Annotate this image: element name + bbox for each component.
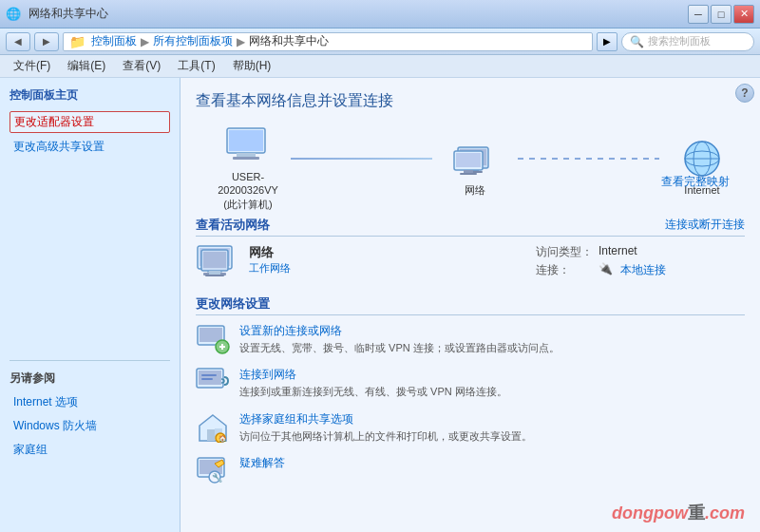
connector-2 [518, 158, 659, 160]
active-net-info: 网络 工作网络 [249, 244, 526, 276]
sidebar-link-ie[interactable]: Internet 选项 [10, 392, 170, 412]
go-button[interactable]: ▶ [597, 32, 618, 51]
svg-rect-9 [456, 153, 481, 167]
settings-text-troubleshoot: 疑难解答 [239, 455, 285, 473]
sidebar-link-homegroup[interactable]: 家庭组 [10, 440, 170, 460]
help-button[interactable]: ? [735, 84, 754, 103]
svg-rect-3 [233, 157, 259, 160]
back-icon: ◀ [14, 36, 22, 47]
folder-icon: 📁 [69, 34, 86, 49]
minimize-button[interactable]: ─ [688, 5, 709, 24]
maximize-button[interactable]: □ [711, 5, 732, 24]
svg-rect-11 [460, 173, 477, 175]
settings-text-connect: 连接到网络 连接到或重新连接到无线、有线、拨号或 VPN 网络连接。 [239, 367, 507, 399]
sidebar-link-firewall[interactable]: Windows 防火墙 [10, 416, 170, 436]
svg-rect-21 [203, 252, 226, 268]
close-button[interactable]: ✕ [733, 5, 754, 24]
active-net-sub[interactable]: 工作网络 [249, 262, 291, 274]
connect-row: 连接： 🔌 本地连接 [536, 262, 745, 278]
menu-view[interactable]: 查看(V) [115, 56, 168, 76]
network-diagram: USER-20200326VY (此计算机) [196, 126, 745, 211]
go-icon: ▶ [603, 36, 611, 47]
settings-desc-new-conn: 设置无线、宽带、拨号、临时或 VPN 连接；或设置路由器或访问点。 [239, 342, 560, 353]
active-networks-header: 查看活动网络 连接或断开连接 [196, 217, 745, 237]
connect-icon: 🔌 [598, 262, 613, 278]
address-bar: ◀ ▶ 📁 控制面板 ▶ 所有控制面板项 ▶ 网络和共享中心 ▶ 🔍 搜索控制面… [0, 28, 760, 55]
settings-link-connect[interactable]: 连接到网络 [239, 367, 507, 383]
access-type-row: 访问类型： Internet [536, 244, 745, 260]
menu-edit[interactable]: 编辑(E) [60, 56, 113, 76]
main-container: 控制面板主页 更改适配器设置 更改高级共享设置 另请参阅 Internet 选项… [0, 78, 760, 532]
change-settings-title: 更改网络设置 [196, 295, 270, 313]
svg-rect-25 [200, 328, 222, 342]
svg-rect-31 [201, 374, 217, 376]
svg-text:🔧: 🔧 [212, 472, 223, 484]
menu-file[interactable]: 文件(F) [6, 56, 58, 76]
settings-item-homegroup: 🏠 选择家庭组和共享选项 访问位于其他网络计算机上的文件和打印机，或更改共享设置… [196, 411, 745, 444]
svg-rect-10 [464, 170, 473, 173]
breadcrumb-current: 网络和共享中心 [249, 33, 329, 49]
connect-value[interactable]: 本地连接 [620, 262, 666, 278]
window-title: 网络和共享中心 [28, 6, 108, 22]
content-title: 查看基本网络信息并设置连接 [196, 91, 745, 111]
active-networks-title: 查看活动网络 [196, 217, 270, 234]
back-button[interactable]: ◀ [6, 32, 30, 51]
sidebar-also-see-title: 另请参阅 [10, 370, 170, 387]
active-net-props: 访问类型： Internet 连接： 🔌 本地连接 [536, 244, 745, 278]
view-full-link[interactable]: 查看完整映射 [661, 174, 730, 190]
window-icon: 🌐 [6, 7, 21, 21]
sidebar-main-title: 控制面板主页 [10, 87, 170, 104]
connect-net-icon [196, 367, 230, 399]
address-breadcrumb: 📁 控制面板 ▶ 所有控制面板项 ▶ 网络和共享中心 [63, 32, 593, 51]
menu-bar: 文件(F) 编辑(E) 查看(V) 工具(T) 帮助(H) [0, 55, 760, 78]
homegroup-icon: 🏠 [196, 411, 230, 444]
computer-label: USER-20200326VY (此计算机) [205, 170, 291, 211]
settings-link-new-conn[interactable]: 设置新的连接或网络 [239, 323, 560, 339]
content-area: ? 查看基本网络信息并设置连接 查看完整映射 [180, 78, 760, 532]
search-icon: 🔍 [630, 35, 644, 48]
change-settings-header: 更改网络设置 [196, 295, 745, 315]
connector-1 [291, 158, 432, 160]
svg-rect-32 [201, 378, 213, 380]
network-label: 网络 [465, 183, 485, 197]
sidebar-link-share[interactable]: 更改高级共享设置 [10, 137, 170, 157]
breadcrumb-all[interactable]: 所有控制面板项 [153, 33, 233, 49]
svg-rect-1 [229, 130, 263, 151]
troubleshoot-icon: 🔧 [196, 455, 230, 487]
search-box[interactable]: 🔍 搜索控制面板 [621, 32, 754, 51]
forward-icon: ▶ [43, 36, 50, 47]
settings-item-connect: 连接到网络 连接到或重新连接到无线、有线、拨号或 VPN 网络连接。 [196, 367, 745, 399]
settings-text-new-conn: 设置新的连接或网络 设置无线、宽带、拨号、临时或 VPN 连接；或设置路由器或访… [239, 323, 560, 355]
connect-disconnect-link[interactable]: 连接或断开连接 [665, 217, 745, 233]
settings-item-troubleshoot: 🔧 疑难解答 [196, 455, 745, 487]
sidebar: 控制面板主页 更改适配器设置 更改高级共享设置 另请参阅 Internet 选项… [0, 78, 180, 532]
settings-link-homegroup[interactable]: 选择家庭组和共享选项 [239, 411, 532, 428]
access-type-value: Internet [598, 244, 637, 260]
search-placeholder: 搜索控制面板 [648, 34, 711, 48]
svg-rect-30 [199, 370, 221, 385]
menu-help[interactable]: 帮助(H) [225, 56, 279, 76]
forward-button[interactable]: ▶ [34, 32, 59, 51]
title-bar-controls: ─ □ ✕ [688, 5, 754, 24]
settings-item-new-conn: 设置新的连接或网络 设置无线、宽带、拨号、临时或 VPN 连接；或设置路由器或访… [196, 323, 745, 355]
access-type-label: 访问类型： [536, 244, 593, 260]
svg-text:🏠: 🏠 [218, 434, 227, 443]
new-conn-icon [196, 323, 230, 355]
network-icon [450, 140, 500, 180]
active-net-icon [196, 244, 239, 282]
breadcrumb-cp[interactable]: 控制面板 [91, 33, 137, 49]
settings-desc-connect: 连接到或重新连接到无线、有线、拨号或 VPN 网络连接。 [239, 386, 507, 397]
settings-link-troubleshoot[interactable]: 疑难解答 [239, 455, 285, 471]
settings-text-homegroup: 选择家庭组和共享选项 访问位于其他网络计算机上的文件和打印机，或更改共享设置。 [239, 411, 532, 444]
title-bar: 🌐 网络和共享中心 ─ □ ✕ [0, 0, 760, 28]
settings-desc-homegroup: 访问位于其他网络计算机上的文件和打印机，或更改共享设置。 [239, 430, 532, 442]
connect-label: 连接： [536, 262, 593, 278]
net-node-computer: USER-20200326VY (此计算机) [205, 126, 291, 211]
active-net-name: 网络 [249, 244, 526, 261]
svg-rect-2 [237, 153, 256, 157]
watermark: dongpow重.com [612, 502, 745, 524]
title-bar-left: 🌐 网络和共享中心 [6, 6, 108, 22]
sidebar-link-adapter[interactable]: 更改适配器设置 [10, 111, 170, 133]
menu-tools[interactable]: 工具(T) [170, 56, 222, 76]
change-settings: 更改网络设置 设置新的连接或网络 设置无线、宽带、拨号、临时或 VPN 连接；或… [196, 295, 745, 487]
